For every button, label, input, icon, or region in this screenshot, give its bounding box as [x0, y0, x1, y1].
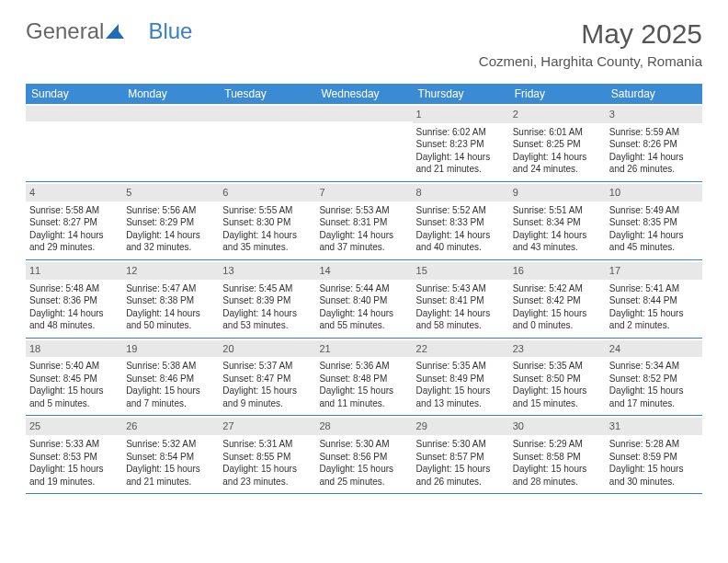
day-number — [26, 106, 122, 121]
day-number: 25 — [26, 418, 122, 435]
weekday-saturday: Saturday — [606, 84, 702, 104]
day-number: 4 — [26, 184, 122, 201]
sunrise-text: Sunrise: 5:30 AM — [416, 438, 506, 451]
calendar-cell: 19Sunrise: 5:38 AMSunset: 8:46 PMDayligh… — [122, 339, 219, 417]
daylight-text-1: Daylight: 15 hours — [609, 385, 699, 397]
daylight-text-2: and 2 minutes. — [609, 319, 699, 332]
daylight-text-1: Daylight: 14 hours — [609, 151, 699, 164]
daylight-text-2: and 45 minutes. — [609, 241, 699, 254]
sunset-text: Sunset: 8:50 PM — [513, 373, 602, 385]
daylight-text-1: Daylight: 15 hours — [126, 463, 215, 476]
day-number: 13 — [219, 262, 315, 280]
daylight-text-2: and 30 minutes. — [609, 476, 699, 488]
svg-marker-1 — [119, 31, 124, 39]
daylight-text-1: Daylight: 14 hours — [222, 307, 312, 320]
daylight-text-2: and 5 minutes. — [29, 397, 119, 410]
day-number: 21 — [315, 340, 412, 358]
calendar-cell: 23Sunrise: 5:35 AMSunset: 8:50 PMDayligh… — [509, 339, 606, 417]
calendar-cell-empty — [219, 104, 315, 182]
svg-marker-0 — [106, 24, 119, 39]
sunset-text: Sunset: 8:31 PM — [319, 216, 408, 229]
sunrise-text: Sunrise: 5:37 AM — [222, 360, 312, 373]
daylight-text-2: and 55 minutes. — [319, 319, 408, 332]
calendar-cell: 18Sunrise: 5:40 AMSunset: 8:45 PMDayligh… — [26, 339, 122, 417]
calendar-cell: 2Sunrise: 6:01 AMSunset: 8:25 PMDaylight… — [509, 104, 606, 182]
daylight-text-1: Daylight: 14 hours — [513, 151, 602, 164]
day-number: 22 — [413, 340, 509, 358]
daylight-text-1: Daylight: 14 hours — [609, 229, 699, 242]
sunset-text: Sunset: 8:59 PM — [609, 451, 699, 464]
day-number: 2 — [509, 106, 606, 123]
daylight-text-1: Daylight: 15 hours — [513, 385, 602, 397]
sunrise-text: Sunrise: 5:32 AM — [126, 438, 215, 451]
sunrise-text: Sunrise: 5:40 AM — [29, 360, 119, 373]
sunrise-text: Sunrise: 6:01 AM — [513, 126, 602, 139]
daylight-text-2: and 43 minutes. — [513, 241, 602, 254]
daylight-text-2: and 13 minutes. — [416, 397, 506, 410]
daylight-text-2: and 19 minutes. — [29, 476, 119, 488]
sunrise-text: Sunrise: 5:44 AM — [319, 282, 408, 295]
day-number: 14 — [315, 262, 412, 280]
daylight-text-2: and 58 minutes. — [416, 319, 506, 332]
daylight-text-1: Daylight: 14 hours — [126, 229, 215, 242]
daylight-text-1: Daylight: 15 hours — [126, 385, 215, 397]
daylight-text-2: and 21 minutes. — [416, 163, 506, 176]
day-number: 19 — [122, 340, 219, 358]
sunset-text: Sunset: 8:23 PM — [416, 138, 506, 151]
day-number — [122, 106, 219, 121]
daylight-text-1: Daylight: 14 hours — [319, 307, 408, 320]
daylight-text-2: and 9 minutes. — [222, 397, 312, 410]
daylight-text-2: and 24 minutes. — [513, 163, 602, 176]
sunset-text: Sunset: 8:57 PM — [416, 451, 506, 464]
weekday-friday: Friday — [509, 84, 606, 104]
daylight-text-2: and 28 minutes. — [513, 476, 602, 488]
daylight-text-2: and 23 minutes. — [222, 476, 312, 488]
sunrise-text: Sunrise: 5:29 AM — [513, 438, 602, 451]
calendar-cell: 12Sunrise: 5:47 AMSunset: 8:38 PMDayligh… — [122, 260, 219, 339]
logo-text-general: General — [26, 18, 104, 44]
sunrise-text: Sunrise: 5:47 AM — [126, 282, 215, 295]
sunrise-text: Sunrise: 5:43 AM — [416, 282, 506, 295]
sunrise-text: Sunrise: 5:51 AM — [513, 204, 602, 217]
daylight-text-1: Daylight: 14 hours — [29, 307, 119, 320]
weekday-thursday: Thursday — [413, 84, 509, 104]
sunset-text: Sunset: 8:30 PM — [222, 216, 312, 229]
daylight-text-2: and 11 minutes. — [319, 397, 408, 410]
location-text: Cozmeni, Harghita County, Romania — [479, 53, 702, 69]
sunrise-text: Sunrise: 5:52 AM — [416, 204, 506, 217]
day-number: 8 — [413, 184, 509, 201]
calendar-cell: 16Sunrise: 5:42 AMSunset: 8:42 PMDayligh… — [509, 260, 606, 339]
calendar-cell: 21Sunrise: 5:36 AMSunset: 8:48 PMDayligh… — [315, 339, 412, 417]
daylight-text-1: Daylight: 15 hours — [29, 385, 119, 397]
day-number: 30 — [509, 418, 606, 435]
calendar-cell-empty — [26, 104, 122, 182]
sunrise-text: Sunrise: 5:34 AM — [609, 360, 699, 373]
day-number: 28 — [315, 418, 412, 435]
sunrise-text: Sunrise: 5:36 AM — [319, 360, 408, 373]
day-number: 9 — [509, 184, 606, 201]
daylight-text-2: and 25 minutes. — [319, 476, 408, 488]
daylight-text-2: and 17 minutes. — [609, 397, 699, 410]
sunrise-text: Sunrise: 5:58 AM — [29, 204, 119, 217]
calendar-cell: 10Sunrise: 5:49 AMSunset: 8:35 PMDayligh… — [606, 182, 702, 260]
sunrise-text: Sunrise: 5:35 AM — [513, 360, 602, 373]
sunrise-text: Sunrise: 5:48 AM — [29, 282, 119, 295]
daylight-text-2: and 26 minutes. — [609, 163, 699, 176]
weekday-wednesday: Wednesday — [315, 84, 412, 104]
daylight-text-1: Daylight: 15 hours — [609, 307, 699, 320]
daylight-text-1: Daylight: 14 hours — [416, 307, 506, 320]
daylight-text-2: and 40 minutes. — [416, 241, 506, 254]
sunset-text: Sunset: 8:36 PM — [29, 294, 119, 307]
daylight-text-1: Daylight: 15 hours — [29, 463, 119, 476]
day-number: 20 — [219, 340, 315, 358]
daylight-text-1: Daylight: 14 hours — [319, 229, 408, 242]
day-number: 5 — [122, 184, 219, 201]
calendar-cell: 28Sunrise: 5:30 AMSunset: 8:56 PMDayligh… — [315, 416, 412, 494]
daylight-text-1: Daylight: 14 hours — [416, 151, 506, 164]
daylight-text-1: Daylight: 15 hours — [222, 463, 312, 476]
sunset-text: Sunset: 8:54 PM — [126, 451, 215, 464]
logo: General Blue — [26, 18, 192, 44]
sunrise-text: Sunrise: 5:28 AM — [609, 438, 699, 451]
sunrise-text: Sunrise: 5:41 AM — [609, 282, 699, 295]
sunset-text: Sunset: 8:40 PM — [319, 294, 408, 307]
